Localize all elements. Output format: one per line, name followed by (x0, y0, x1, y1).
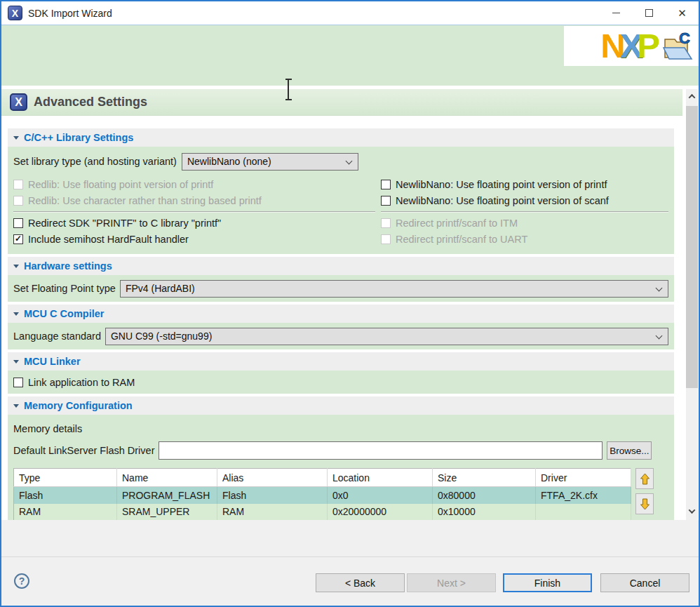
mcuxpresso-page-icon: X (10, 93, 27, 111)
checkbox-newlibnano-float-scanf[interactable]: NewlibNano: Use floating point version o… (381, 192, 668, 208)
checkbox-group-divider (13, 211, 375, 212)
section-header-compiler[interactable]: MCU C Compiler (8, 305, 674, 323)
column-header-location[interactable]: Location (328, 469, 433, 487)
page-lower-gap (1, 520, 699, 556)
section-title-memory: Memory Configuration (24, 400, 133, 411)
collapse-twistie-icon (13, 136, 19, 140)
checkbox-link-to-ram[interactable]: Link application to RAM (13, 374, 668, 390)
chevron-down-icon (656, 332, 663, 339)
chevron-up-icon (689, 94, 696, 101)
wizard-page-viewport: X Advanced Settings C/C++ Library Settin… (1, 89, 699, 520)
memory-details-label: Memory details (13, 420, 668, 437)
memory-table: Type Name Alias Location Size Driver (13, 468, 631, 520)
finish-button[interactable]: Finish (503, 573, 592, 592)
language-standard-label: Language standard (13, 331, 101, 342)
row-move-buttons (635, 468, 654, 520)
column-header-type[interactable]: Type (14, 469, 117, 487)
chevron-down-icon (689, 507, 696, 514)
section-header-memory[interactable]: Memory Configuration (8, 396, 674, 415)
section-body-compiler: Language standard GNU C99 (-std=gnu99) (8, 323, 674, 349)
language-standard-value: GNU C99 (-std=gnu99) (111, 331, 212, 342)
checkbox-group-divider (381, 211, 668, 212)
checkbox-redirect-uart: Redirect printf/scanf to UART (381, 231, 668, 247)
window-title: SDK Import Wizard (28, 8, 112, 19)
checkbox-semihost-hardfault[interactable]: Include semihost HardFault handler (13, 231, 375, 247)
library-type-label: Set library type (and hosting variant) (13, 156, 177, 167)
browse-button[interactable]: Browse... (607, 441, 652, 460)
cancel-button[interactable]: Cancel (600, 573, 689, 592)
column-header-driver[interactable]: Driver (536, 469, 631, 487)
flash-driver-input[interactable] (159, 441, 603, 460)
minimize-button[interactable] (600, 1, 633, 25)
arrow-up-icon (640, 473, 650, 485)
scrollbar-up-button[interactable] (686, 91, 698, 102)
section-library-settings: C/C++ Library Settings Set library type … (8, 128, 674, 254)
checkbox-icon[interactable] (381, 180, 391, 189)
checkbox-newlibnano-float-printf[interactable]: NewlibNano: Use floating point version o… (381, 176, 668, 192)
checkbox-redlib-char-printf: Redlib: Use character rather than string… (13, 192, 375, 208)
ibeam-cursor (284, 79, 293, 100)
titlebar: X SDK Import Wizard ✕ (1, 1, 699, 25)
minimize-icon (612, 13, 620, 13)
floating-point-combo[interactable]: FPv4 (HardABI) (120, 280, 668, 298)
section-header-hardware[interactable]: Hardware settings (8, 257, 674, 275)
nxp-wordmark: N X P (600, 29, 657, 63)
floating-point-label: Set Floating Point type (13, 283, 116, 294)
section-mcu-linker: MCU Linker Link application to RAM (8, 352, 674, 394)
table-row-flash[interactable]: Flash PROGRAM_FLASH Flash 0x0 0x80000 FT… (14, 487, 631, 504)
chevron-down-icon (345, 157, 352, 164)
checkbox-icon (13, 180, 23, 189)
checkbox-icon[interactable] (381, 196, 391, 206)
library-checkbox-grid: Redlib: Use floating point version of pr… (13, 176, 668, 247)
maximize-icon (645, 9, 653, 17)
language-standard-combo[interactable]: GNU C99 (-std=gnu99) (105, 328, 668, 345)
settings-content: C/C++ Library Settings Set library type … (1, 116, 682, 520)
move-row-up-button[interactable] (635, 468, 654, 489)
library-checkbox-column-right: NewlibNano: Use floating point version o… (381, 176, 668, 247)
section-memory-configuration: Memory Configuration Memory details Defa… (8, 396, 674, 520)
section-body-linker: Link application to RAM (8, 371, 674, 394)
back-button[interactable]: < Back (316, 573, 405, 592)
section-header-linker[interactable]: MCU Linker (8, 352, 674, 371)
section-body-library: Set library type (and hosting variant) N… (8, 147, 674, 254)
section-title-library: C/C++ Library Settings (24, 132, 133, 143)
library-checkbox-column-left: Redlib: Use floating point version of pr… (13, 176, 375, 247)
nxp-letter-p: P (637, 29, 657, 63)
checkbox-icon[interactable] (13, 378, 23, 387)
section-hardware-settings: Hardware settings Set Floating Point typ… (8, 257, 674, 302)
maximize-button[interactable] (633, 1, 666, 25)
checkbox-icon (381, 218, 391, 228)
collapse-twistie-icon (13, 265, 19, 268)
checkbox-redirect-sdk-printf[interactable]: Redirect SDK "PRINTF" to C library "prin… (13, 215, 375, 231)
chevron-down-icon (656, 284, 663, 291)
memory-table-header-row: Type Name Alias Location Size Driver (14, 469, 631, 487)
column-header-alias[interactable]: Alias (217, 469, 328, 487)
vertical-scrollbar[interactable] (686, 89, 698, 520)
checkbox-redlib-float-printf: Redlib: Use floating point version of pr… (13, 176, 375, 192)
move-row-down-button[interactable] (635, 493, 654, 514)
section-body-hardware: Set Floating Point type FPv4 (HardABI) (8, 275, 674, 302)
scrollbar-thumb[interactable] (686, 106, 698, 388)
table-row-ram[interactable]: RAM SRAM_UPPER RAM 0x20000000 0x10000 (14, 504, 631, 521)
library-type-combo[interactable]: NewlibNano (none) (182, 153, 358, 171)
column-header-name[interactable]: Name (117, 469, 217, 487)
close-button[interactable]: ✕ (666, 1, 699, 25)
collapse-twistie-icon (13, 312, 19, 316)
window-controls: ✕ (600, 1, 699, 25)
checkbox-checked-icon[interactable] (13, 234, 23, 244)
section-title-linker: MCU Linker (24, 356, 81, 367)
wizard-banner: N X P C (1, 25, 699, 86)
flash-driver-label: Default LinkServer Flash Driver (13, 445, 154, 456)
checkbox-icon (13, 196, 23, 206)
section-header-library[interactable]: C/C++ Library Settings (8, 128, 674, 147)
help-button[interactable]: ? (14, 573, 29, 589)
section-mcu-c-compiler: MCU C Compiler Language standard GNU C99… (8, 305, 674, 349)
wizard-button-bar: ? < Back Next > Finish Cancel (1, 556, 699, 606)
checkbox-icon[interactable] (13, 218, 23, 228)
scrollbar-down-button[interactable] (686, 505, 698, 517)
column-header-size[interactable]: Size (433, 469, 536, 487)
svg-text:C: C (679, 31, 690, 47)
section-title-hardware: Hardware settings (24, 260, 112, 272)
page-title: Advanced Settings (34, 95, 147, 109)
floating-point-value: FPv4 (HardABI) (126, 283, 195, 294)
